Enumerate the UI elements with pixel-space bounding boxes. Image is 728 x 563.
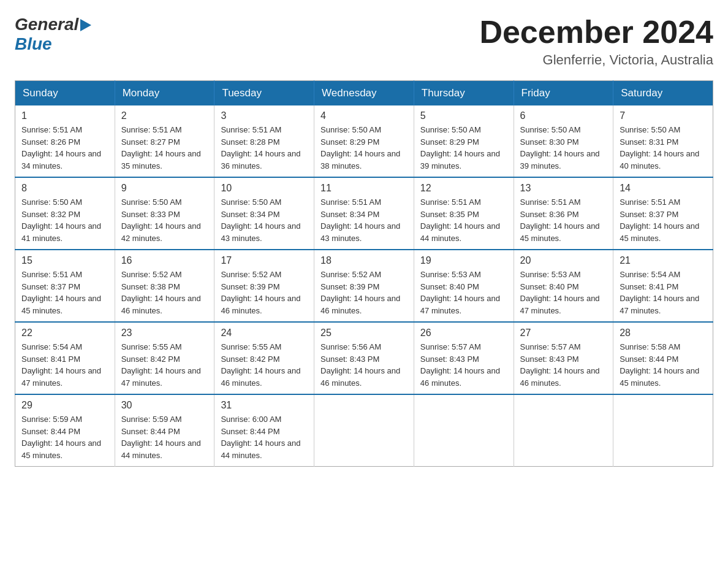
logo-general-text: General	[15, 15, 78, 34]
day-info: Sunrise: 5:51 AMSunset: 8:37 PMDaylight:…	[620, 196, 707, 244]
day-number: 4	[320, 110, 408, 121]
day-number: 21	[620, 255, 707, 266]
calendar-cell: 7Sunrise: 5:50 AMSunset: 8:31 PMDaylight…	[613, 105, 713, 177]
page-header: General Blue December 2024 Glenferrie, V…	[15, 15, 713, 68]
day-info: Sunrise: 5:52 AMSunset: 8:39 PMDaylight:…	[221, 269, 308, 316]
day-number: 22	[21, 327, 108, 339]
calendar-cell: 16Sunrise: 5:52 AMSunset: 8:38 PMDayligh…	[115, 250, 214, 322]
day-number: 17	[221, 255, 308, 266]
calendar-cell: 31Sunrise: 6:00 AMSunset: 8:44 PMDayligh…	[214, 394, 314, 467]
calendar-cell: 2Sunrise: 5:51 AMSunset: 8:27 PMDaylight…	[115, 105, 214, 177]
calendar-table: SundayMondayTuesdayWednesdayThursdayFrid…	[15, 80, 713, 467]
calendar-cell: 15Sunrise: 5:51 AMSunset: 8:37 PMDayligh…	[15, 250, 115, 322]
calendar-cell: 20Sunrise: 5:53 AMSunset: 8:40 PMDayligh…	[514, 250, 613, 322]
svg-marker-0	[80, 19, 91, 31]
day-number: 20	[520, 255, 607, 266]
calendar-cell: 27Sunrise: 5:57 AMSunset: 8:43 PMDayligh…	[514, 322, 613, 394]
calendar-cell: 1Sunrise: 5:51 AMSunset: 8:26 PMDaylight…	[15, 105, 115, 177]
calendar-cell: 10Sunrise: 5:50 AMSunset: 8:34 PMDayligh…	[214, 177, 314, 250]
day-info: Sunrise: 5:58 AMSunset: 8:44 PMDaylight:…	[620, 341, 707, 389]
header-wednesday: Wednesday	[314, 81, 414, 106]
calendar-cell: 5Sunrise: 5:50 AMSunset: 8:29 PMDaylight…	[414, 105, 514, 177]
calendar-cell: 29Sunrise: 5:59 AMSunset: 8:44 PMDayligh…	[15, 394, 115, 467]
day-number: 11	[320, 183, 408, 194]
day-number: 28	[620, 327, 707, 339]
day-info: Sunrise: 5:50 AMSunset: 8:30 PMDaylight:…	[520, 124, 607, 172]
day-info: Sunrise: 5:52 AMSunset: 8:38 PMDaylight:…	[121, 269, 208, 316]
calendar-cell: 19Sunrise: 5:53 AMSunset: 8:40 PMDayligh…	[414, 250, 514, 322]
header-thursday: Thursday	[414, 81, 514, 106]
calendar-cell: 22Sunrise: 5:54 AMSunset: 8:41 PMDayligh…	[15, 322, 115, 394]
calendar-cell: 13Sunrise: 5:51 AMSunset: 8:36 PMDayligh…	[514, 177, 613, 250]
day-info: Sunrise: 5:51 AMSunset: 8:37 PMDaylight:…	[21, 269, 108, 316]
day-info: Sunrise: 5:50 AMSunset: 8:31 PMDaylight:…	[620, 124, 707, 172]
day-info: Sunrise: 5:59 AMSunset: 8:44 PMDaylight:…	[121, 413, 208, 461]
header-tuesday: Tuesday	[214, 81, 314, 106]
calendar-header-row: SundayMondayTuesdayWednesdayThursdayFrid…	[15, 81, 713, 106]
calendar-cell: 9Sunrise: 5:50 AMSunset: 8:33 PMDaylight…	[115, 177, 214, 250]
day-info: Sunrise: 5:52 AMSunset: 8:39 PMDaylight:…	[320, 269, 408, 316]
calendar-week-row: 1Sunrise: 5:51 AMSunset: 8:26 PMDaylight…	[15, 105, 713, 177]
day-number: 8	[21, 183, 108, 194]
day-number: 10	[221, 183, 308, 194]
day-info: Sunrise: 5:51 AMSunset: 8:27 PMDaylight:…	[121, 124, 208, 172]
logo-arrow-icon	[80, 19, 91, 31]
calendar-cell	[314, 394, 414, 467]
calendar-cell: 3Sunrise: 5:51 AMSunset: 8:28 PMDaylight…	[214, 105, 314, 177]
calendar-cell: 17Sunrise: 5:52 AMSunset: 8:39 PMDayligh…	[214, 250, 314, 322]
calendar-cell: 30Sunrise: 5:59 AMSunset: 8:44 PMDayligh…	[115, 394, 214, 467]
day-number: 23	[121, 327, 208, 339]
day-number: 19	[420, 255, 507, 266]
calendar-cell	[613, 394, 713, 467]
day-number: 16	[121, 255, 208, 266]
day-info: Sunrise: 5:53 AMSunset: 8:40 PMDaylight:…	[420, 269, 507, 316]
day-number: 30	[121, 400, 208, 411]
calendar-cell: 28Sunrise: 5:58 AMSunset: 8:44 PMDayligh…	[613, 322, 713, 394]
calendar-cell: 24Sunrise: 5:55 AMSunset: 8:42 PMDayligh…	[214, 322, 314, 394]
day-info: Sunrise: 5:51 AMSunset: 8:36 PMDaylight:…	[520, 196, 607, 244]
day-info: Sunrise: 5:51 AMSunset: 8:28 PMDaylight:…	[221, 124, 308, 172]
day-info: Sunrise: 5:57 AMSunset: 8:43 PMDaylight:…	[420, 341, 507, 389]
header-sunday: Sunday	[15, 81, 115, 106]
calendar-cell: 4Sunrise: 5:50 AMSunset: 8:29 PMDaylight…	[314, 105, 414, 177]
day-info: Sunrise: 5:50 AMSunset: 8:33 PMDaylight:…	[121, 196, 208, 244]
day-number: 5	[420, 110, 507, 121]
day-info: Sunrise: 5:50 AMSunset: 8:29 PMDaylight:…	[420, 124, 507, 172]
day-number: 15	[21, 255, 108, 266]
logo-blue-text: Blue	[15, 34, 52, 53]
logo: General Blue	[15, 15, 91, 54]
day-info: Sunrise: 6:00 AMSunset: 8:44 PMDaylight:…	[221, 413, 308, 461]
day-number: 13	[520, 183, 607, 194]
day-number: 14	[620, 183, 707, 194]
day-info: Sunrise: 5:51 AMSunset: 8:26 PMDaylight:…	[21, 124, 108, 172]
day-info: Sunrise: 5:51 AMSunset: 8:34 PMDaylight:…	[320, 196, 408, 244]
day-number: 25	[320, 327, 408, 339]
calendar-week-row: 22Sunrise: 5:54 AMSunset: 8:41 PMDayligh…	[15, 322, 713, 394]
calendar-week-row: 8Sunrise: 5:50 AMSunset: 8:32 PMDaylight…	[15, 177, 713, 250]
day-number: 29	[21, 400, 108, 411]
day-number: 2	[121, 110, 208, 121]
location-subtitle: Glenferrie, Victoria, Australia	[479, 52, 713, 68]
calendar-week-row: 15Sunrise: 5:51 AMSunset: 8:37 PMDayligh…	[15, 250, 713, 322]
calendar-cell: 11Sunrise: 5:51 AMSunset: 8:34 PMDayligh…	[314, 177, 414, 250]
calendar-cell: 23Sunrise: 5:55 AMSunset: 8:42 PMDayligh…	[115, 322, 214, 394]
header-saturday: Saturday	[613, 81, 713, 106]
day-info: Sunrise: 5:53 AMSunset: 8:40 PMDaylight:…	[520, 269, 607, 316]
calendar-cell: 6Sunrise: 5:50 AMSunset: 8:30 PMDaylight…	[514, 105, 613, 177]
day-info: Sunrise: 5:50 AMSunset: 8:32 PMDaylight:…	[21, 196, 108, 244]
calendar-cell: 12Sunrise: 5:51 AMSunset: 8:35 PMDayligh…	[414, 177, 514, 250]
day-number: 24	[221, 327, 308, 339]
day-info: Sunrise: 5:50 AMSunset: 8:29 PMDaylight:…	[320, 124, 408, 172]
calendar-cell	[414, 394, 514, 467]
day-info: Sunrise: 5:55 AMSunset: 8:42 PMDaylight:…	[121, 341, 208, 389]
day-number: 26	[420, 327, 507, 339]
day-info: Sunrise: 5:59 AMSunset: 8:44 PMDaylight:…	[21, 413, 108, 461]
day-number: 3	[221, 110, 308, 121]
header-monday: Monday	[115, 81, 214, 106]
header-friday: Friday	[514, 81, 613, 106]
title-section: December 2024 Glenferrie, Victoria, Aust…	[479, 15, 713, 68]
month-title: December 2024	[479, 15, 713, 50]
day-info: Sunrise: 5:57 AMSunset: 8:43 PMDaylight:…	[520, 341, 607, 389]
day-info: Sunrise: 5:54 AMSunset: 8:41 PMDaylight:…	[620, 269, 707, 316]
day-number: 18	[320, 255, 408, 266]
